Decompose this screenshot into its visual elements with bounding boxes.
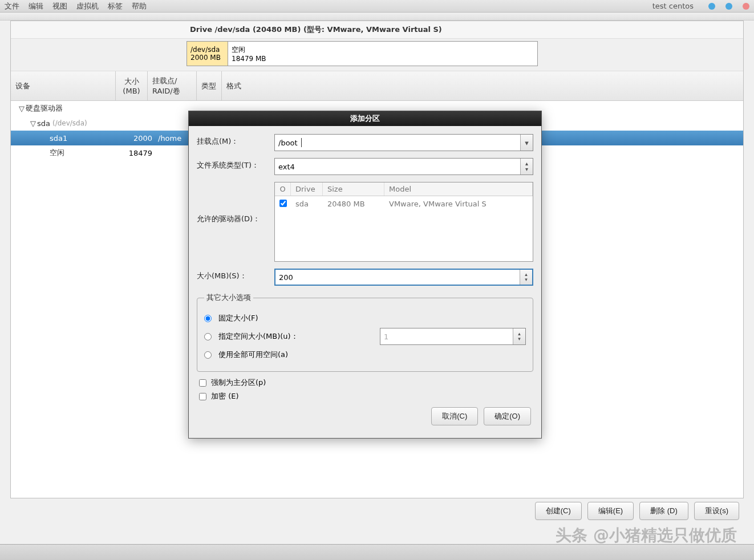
reset-button[interactable]: 重设(s) xyxy=(694,502,739,520)
sda-path: (/dev/sda) xyxy=(52,119,87,127)
drive-model: VMware, VMware Virtual S xyxy=(384,196,533,212)
size-options-group: 其它大小选项 固定大小(F) 指定空间大小(MB)(u)： 1 ▴▾ 使用全部可… xyxy=(197,293,533,372)
mount-point-value: /boot xyxy=(278,139,298,147)
chevron-down-icon[interactable]: ▾ xyxy=(520,135,533,151)
menu-view[interactable]: 视图 xyxy=(52,1,67,11)
spin-arrows-icon[interactable]: ▴▾ xyxy=(520,270,532,285)
row-mount: /home xyxy=(158,134,181,143)
sda-label: sda xyxy=(37,119,50,128)
status-bubble-icon xyxy=(708,3,715,10)
force-primary-checkbox[interactable] xyxy=(199,379,206,387)
size-spinbox[interactable]: 200 ▴▾ xyxy=(274,269,533,286)
row-size: 2000 xyxy=(124,134,156,143)
menu-help[interactable]: 帮助 xyxy=(132,1,147,11)
col-mount[interactable]: 挂载点/ RAID/卷 xyxy=(148,71,197,100)
hdr-model[interactable]: Model xyxy=(384,182,533,196)
encrypt-row[interactable]: 加密 (E) xyxy=(199,391,533,401)
radio-fixed[interactable] xyxy=(204,315,212,322)
size-options-legend: 其它大小选项 xyxy=(204,293,253,303)
root-label: 硬盘驱动器 xyxy=(26,103,63,113)
edit-button[interactable]: 编辑(E) xyxy=(587,502,634,520)
drive-segment-home[interactable]: /dev/sda 2000 MB xyxy=(187,42,228,66)
seg-size: 2000 MB xyxy=(190,54,224,62)
ok-button[interactable]: 确定(O) xyxy=(484,407,531,425)
column-headers: 设备 大小 (MB) 挂载点/ RAID/卷 类型 格式 xyxy=(11,71,743,101)
drives-header: O Drive Size Model xyxy=(275,182,533,196)
menu-tabs[interactable]: 标签 xyxy=(108,1,123,11)
add-partition-dialog: 添加分区 挂载点(M)： /boot ▾ 文件系统类型(T)： ext4 ▴▾ xyxy=(188,111,542,439)
spin-arrows-icon[interactable]: ▴▾ xyxy=(513,328,525,344)
col-size[interactable]: 大小 (MB) xyxy=(116,71,148,100)
row-size: 18479 xyxy=(124,149,156,157)
mount-point-combo[interactable]: /boot ▾ xyxy=(274,134,533,151)
create-button[interactable]: 创建(C) xyxy=(535,502,582,520)
force-primary-row[interactable]: 强制为主分区(p) xyxy=(199,378,533,388)
radio-fixed-label: 固定大小(F) xyxy=(218,313,258,323)
seg-name: /dev/sda xyxy=(190,46,224,54)
text-cursor-icon xyxy=(301,138,302,147)
size-value: 200 xyxy=(279,273,529,282)
allowed-drives-table[interactable]: O Drive Size Model sda 20480 MB VMware, … xyxy=(274,182,533,262)
col-device[interactable]: 设备 xyxy=(11,71,116,100)
hdr-check[interactable]: O xyxy=(275,182,291,196)
mount-point-label: 挂载点(M)： xyxy=(197,134,274,147)
watermark-text: 头条 @小猪精选只做优质 xyxy=(556,525,737,546)
toolbar-strip xyxy=(0,13,754,21)
drive-graphic[interactable]: /dev/sda 2000 MB 空闲 18479 MB xyxy=(187,41,538,66)
seg-size: 18479 MB xyxy=(232,55,534,63)
drive-title: Drive /dev/sda (20480 MB) (型号: VMware, V… xyxy=(17,25,737,35)
bottom-bar xyxy=(0,544,754,560)
fs-type-value: ext4 xyxy=(278,163,295,171)
encrypt-checkbox[interactable] xyxy=(199,393,206,400)
radio-fillmax-label: 使用全部可用空间(a) xyxy=(218,350,288,360)
expander-icon[interactable]: ▽ xyxy=(18,104,26,113)
row-device: 空闲 xyxy=(50,148,64,158)
dialog-title[interactable]: 添加分区 xyxy=(189,111,541,126)
drive-name: sda xyxy=(291,196,323,212)
col-type[interactable]: 类型 xyxy=(197,71,222,100)
size-label: 大小(MB)(S)： xyxy=(197,269,274,281)
status-bubble-icon xyxy=(743,3,749,10)
radio-fillmax[interactable] xyxy=(204,351,212,359)
menu-vm[interactable]: 虚拟机 xyxy=(76,1,99,11)
fillto-value: 1 xyxy=(384,332,522,341)
hdr-size[interactable]: Size xyxy=(323,182,384,196)
encrypt-label: 加密 (E) xyxy=(211,391,239,401)
drive-segment-free[interactable]: 空闲 18479 MB xyxy=(228,42,537,66)
vm-name-label: test centos xyxy=(652,2,694,10)
drive-title-area: Drive /dev/sda (20480 MB) (型号: VMware, V… xyxy=(11,21,743,39)
radio-fixed-row[interactable]: 固定大小(F) xyxy=(204,313,526,323)
fs-type-combo[interactable]: ext4 ▴▾ xyxy=(274,158,533,175)
drive-row-sda[interactable]: sda 20480 MB VMware, VMware Virtual S xyxy=(275,196,533,212)
fs-type-label: 文件系统类型(T)： xyxy=(197,158,274,171)
radio-fillto-label: 指定空间大小(MB)(u)： xyxy=(218,331,298,342)
radio-fillto[interactable] xyxy=(204,333,212,340)
seg-name: 空闲 xyxy=(232,45,534,55)
radio-fillto-row[interactable]: 指定空间大小(MB)(u)： 1 ▴▾ xyxy=(204,328,526,345)
radio-fillmax-row[interactable]: 使用全部可用空间(a) xyxy=(204,350,526,360)
menu-edit[interactable]: 编辑 xyxy=(29,1,43,11)
expander-icon[interactable]: ▽ xyxy=(29,119,37,128)
drive-size: 20480 MB xyxy=(323,196,384,212)
menu-file[interactable]: 文件 xyxy=(5,1,19,11)
row-device: sda1 xyxy=(50,134,67,143)
col-format[interactable]: 格式 xyxy=(222,71,247,100)
force-primary-label: 强制为主分区(p) xyxy=(211,378,266,388)
cancel-button[interactable]: 取消(C) xyxy=(431,407,478,425)
top-menubar: 文件 编辑 视图 虚拟机 标签 帮助 test centos xyxy=(0,0,754,13)
updown-icon[interactable]: ▴▾ xyxy=(520,159,533,175)
drive-checkbox[interactable] xyxy=(279,200,287,207)
fillto-spinbox[interactable]: 1 ▴▾ xyxy=(380,328,526,345)
hdr-drive[interactable]: Drive xyxy=(291,182,323,196)
delete-button[interactable]: 删除 (D) xyxy=(639,502,688,520)
main-buttons-row: 创建(C) 编辑(E) 删除 (D) 重设(s) xyxy=(535,502,739,520)
allowed-drives-label: 允许的驱动器(D)： xyxy=(197,182,274,224)
drive-graphic-row: /dev/sda 2000 MB 空闲 18479 MB xyxy=(11,39,743,71)
status-bubble-icon xyxy=(725,3,732,10)
